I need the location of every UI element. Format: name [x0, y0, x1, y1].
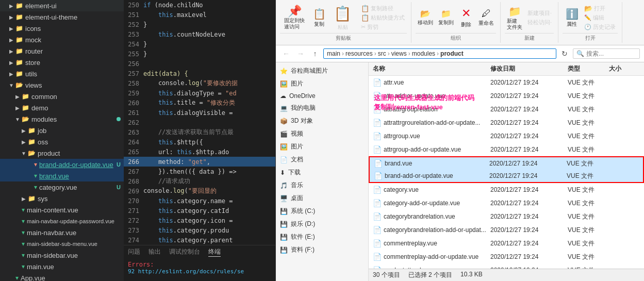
file-row[interactable]: 📄category-add-or-update.vue 2020/12/27 1… — [369, 196, 644, 210]
file-type: VUE 文件 — [568, 253, 609, 261]
sidebar-item-common[interactable]: ▶ 📁 common — [0, 91, 124, 102]
separator: › — [437, 50, 439, 57]
left-item-onedrive[interactable]: ☁ OneDrive — [276, 90, 368, 102]
left-item-downloads[interactable]: ⬇ 下载 — [276, 166, 368, 179]
file-date: 2020/12/27 19:24 — [490, 106, 568, 113]
breadcrumb-product[interactable]: product — [440, 50, 464, 57]
sidebar-item-mock[interactable]: ▶ 📁 mock — [0, 34, 124, 45]
breadcrumb-resources[interactable]: resources — [345, 50, 373, 57]
sidebar-item-store[interactable]: ▶ 📁 store — [0, 57, 124, 68]
left-item-gulishangcheng[interactable]: ⭐ 谷粒商城图片 — [276, 64, 368, 77]
rename-button[interactable]: 🖊 重命名 — [476, 7, 496, 28]
left-item-desktop[interactable]: 🖥️ 桌面 — [276, 192, 368, 205]
refresh-button[interactable]: ↻ — [558, 47, 571, 60]
sidebar-item-sys[interactable]: ▶ 📁 sys — [0, 193, 124, 204]
breadcrumb-main[interactable]: main — [327, 50, 340, 57]
breadcrumb-views[interactable]: views — [391, 50, 407, 57]
sidebar-item-main-sidebar-sub-menu[interactable]: ▶ ▾ main-sidebar-sub-menu.vue — [0, 238, 124, 250]
back-button[interactable]: ← — [280, 47, 292, 60]
sidebar-item-main-content[interactable]: ▶ ▾ main-content.vue — [0, 204, 124, 216]
sidebar-item-main-navbar[interactable]: ▶ ▾ main-navbar.vue — [0, 227, 124, 238]
new-folder-button[interactable]: 📁 新建文件夹 — [505, 4, 524, 31]
sidebar-item-app[interactable]: ▶ ▾ App.vue — [0, 272, 124, 281]
move-button[interactable]: 📂 移动到 — [416, 8, 435, 27]
sidebar-item-modules[interactable]: ▼ 📂 modules — [0, 113, 124, 125]
file-icon: ▾ — [34, 184, 37, 191]
left-item-docs[interactable]: 📄 文档 — [276, 153, 368, 166]
sidebar-item-category[interactable]: ▶ ▾ category.vue U — [0, 181, 124, 193]
pin-button[interactable]: 📌 固定到快速访问 — [280, 3, 309, 32]
up-button[interactable]: ↑ — [309, 47, 321, 60]
copy-to-button[interactable]: 📁 复制到 — [436, 8, 456, 27]
breadcrumb-src[interactable]: src — [378, 50, 386, 57]
box-icon: 📦 — [280, 118, 288, 125]
paste-button[interactable]: 📋 — [329, 4, 356, 24]
sidebar-item-demo[interactable]: ▶ 📁 demo — [0, 102, 124, 113]
left-item-mypc[interactable]: 💻 我的电脑 — [276, 102, 368, 114]
forward-button[interactable]: → — [294, 47, 307, 60]
error-link[interactable]: 92 http://eslint.org/docs/rules/se — [128, 268, 271, 275]
properties-button[interactable]: ℹ️ 属性 — [563, 7, 581, 29]
file-row-brand[interactable]: 📄brand.vue 2020/12/27 19:24 VUE 文件 — [369, 156, 644, 170]
sidebar-item-icons[interactable]: ▶ 📁 icons — [0, 23, 124, 34]
left-item-drive-e[interactable]: 💾 软件 (E:) — [276, 230, 368, 243]
sidebar-item-job[interactable]: ▶ 📁 job — [0, 125, 124, 136]
left-item-video[interactable]: 🎬 视频 — [276, 127, 368, 140]
new-item-button[interactable]: 新建项目· — [525, 9, 554, 18]
delete-button[interactable]: ✕ 删除 — [457, 6, 475, 29]
sidebar-item-main-sidebar[interactable]: ▶ ▾ main-sidebar.vue — [0, 250, 124, 261]
paste-shortcut-button[interactable]: 📋 粘贴快捷方式 — [359, 13, 407, 22]
sidebar-item-router[interactable]: ▶ 📁 router — [0, 45, 124, 57]
sidebar-item-main[interactable]: ▶ ▾ main.vue — [0, 261, 124, 272]
sidebar-item-element-ui[interactable]: ▶ 📁 element-ui — [0, 0, 124, 11]
search-input[interactable] — [586, 50, 636, 57]
left-item-drive-f[interactable]: 💾 资料 (F:) — [276, 243, 368, 256]
paste-path-button[interactable]: 📋 复制路径 — [359, 4, 407, 13]
cut-button[interactable]: ✂ 剪切 — [359, 23, 407, 31]
sidebar-item-element-ui-theme[interactable]: ▶ 📁 element-ui-theme — [0, 11, 124, 23]
file-row-brand-add-or-update[interactable]: 📄brand-add-or-update.vue 2020/12/27 19:2… — [369, 170, 644, 183]
sidebar-item-oss[interactable]: ▶ 📁 oss — [0, 136, 124, 147]
copy-button[interactable]: 📋 复制 — [310, 7, 328, 29]
left-item-drive-d[interactable]: 💾 娱乐 (D:) — [276, 218, 368, 230]
file-row[interactable]: 📄attr.vue 2020/12/27 19:24 VUE 文件 — [369, 76, 644, 89]
sidebar-label: views — [25, 81, 42, 89]
file-row[interactable]: 📄commentreplay.vue 2020/12/27 19:24 VUE … — [369, 237, 644, 250]
tab-problems[interactable]: 问题 — [128, 247, 140, 257]
left-item-music[interactable]: 🎵 音乐 — [276, 179, 368, 192]
line-content: this.dialogVisible = — [143, 109, 233, 117]
history-button[interactable]: 🕐 历史记录 — [582, 23, 618, 31]
file-row[interactable]: 📄category.vue 2020/12/27 19:24 VUE 文件 — [369, 183, 644, 196]
sidebar-item-utils[interactable]: ▶ 📁 utils — [0, 68, 124, 79]
file-row[interactable]: 📄attrattrgrouprelation 2020/12/27 19:24 … — [369, 103, 644, 116]
tab-output[interactable]: 输出 — [148, 247, 161, 257]
file-row[interactable]: 📄categorybrandrelation-add-or-updat... 2… — [369, 223, 644, 237]
file-row[interactable]: 📄categorybrandrelation.vue 2020/12/27 19… — [369, 210, 644, 223]
tab-terminal[interactable]: 终端 — [208, 247, 221, 257]
left-item-pics[interactable]: 🖼️ 图片 — [276, 140, 368, 153]
edit-button[interactable]: ✏️ 编辑 — [582, 13, 618, 22]
file-row[interactable]: 📄attrgroup-add-or-update.vue 2020/12/27 … — [369, 143, 644, 156]
sidebar-item-product[interactable]: ▼ 📂 product — [0, 147, 124, 159]
sidebar-item-brand-add-or-update[interactable]: ▶ ▾ brand-add-or-update.vue U — [0, 159, 124, 170]
easy-access-button[interactable]: 轻松访问· — [525, 18, 554, 27]
file-row[interactable]: 📄commentreplay-add-or-update.vue 2020/12… — [369, 250, 644, 263]
breadcrumb[interactable]: main › resources › src › views › modules… — [323, 48, 556, 59]
left-item-3d[interactable]: 📦 3D 对象 — [276, 114, 368, 127]
code-line-260: 260 this.title = "修改分类 — [124, 98, 275, 108]
file-row[interactable]: 📄attrgroup.vue 2020/12/27 19:24 VUE 文件 — [369, 129, 644, 143]
tab-debug[interactable]: 调试控制台 — [169, 247, 200, 257]
file-row[interactable]: 📄productattrvalue.vue 2020/12/27 19:24 V… — [369, 263, 644, 269]
open-button[interactable]: 📂 打开 — [582, 4, 618, 13]
file-row[interactable]: 📄attr-add-or-update.vue 2020/12/27 19:24… — [369, 89, 644, 103]
left-item-images[interactable]: 🖼️ 图片 — [276, 77, 368, 90]
file-row[interactable]: 📄attrattrgrourelation-add-or-update... 2… — [369, 116, 644, 129]
search-box[interactable]: 🔍 — [573, 48, 640, 59]
file-icon: 📄 — [373, 212, 382, 221]
sidebar-item-views[interactable]: ▼ 📂 views — [0, 79, 124, 91]
breadcrumb-modules[interactable]: modules — [412, 50, 435, 57]
sidebar-item-brand[interactable]: ▶ ▾ brand.vue — [0, 170, 124, 181]
file-type: VUE 文件 — [568, 92, 609, 101]
left-item-drive-c[interactable]: 💾 系统 (C:) — [276, 205, 368, 218]
sidebar-item-main-navbar-update-password[interactable]: ▶ ▾ main-navbar-update-password.vue — [0, 216, 124, 227]
